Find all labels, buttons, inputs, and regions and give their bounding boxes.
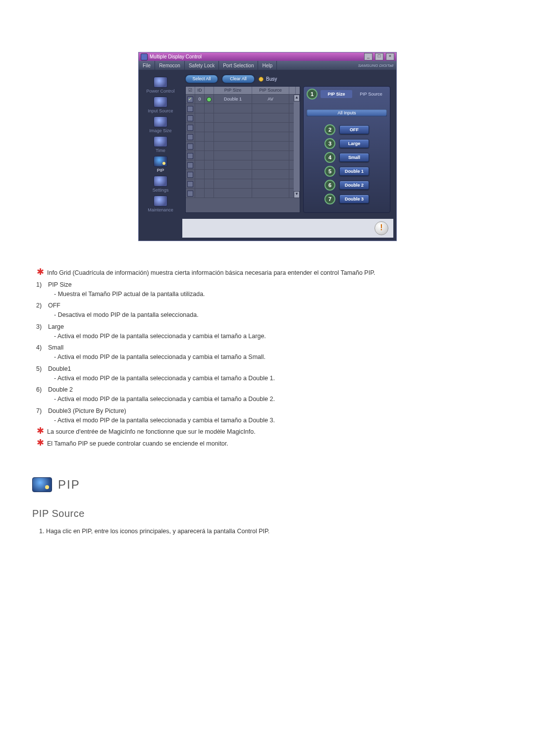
star-icon: ✱ — [36, 427, 44, 434]
row-checkbox[interactable] — [187, 115, 193, 121]
row-checkbox-cell[interactable] — [186, 95, 195, 103]
doc-item: 7)Double3 (Picture By Picture)- Activa e… — [32, 406, 503, 425]
row-checkbox-cell[interactable] — [186, 160, 195, 169]
doc-item: 2)OFF- Desactiva el modo PIP de la panta… — [32, 301, 503, 320]
menu-safety-lock[interactable]: Safety Lock — [185, 61, 219, 70]
menu-file[interactable]: File — [139, 61, 155, 70]
sidebar-item-maintenance[interactable]: Maintenance — [139, 195, 182, 213]
pip-option-row: 7Double 3 — [307, 194, 387, 204]
row-checkbox[interactable] — [187, 125, 193, 131]
info-grid: ☑ ID PIP Size PIP Source 0Double 1AV ▲ — [185, 86, 300, 213]
input-icon — [154, 97, 167, 107]
callout-badge: 4 — [324, 152, 335, 163]
row-status — [205, 142, 214, 151]
row-id — [195, 123, 205, 132]
col-header-pip-size[interactable]: PIP Size — [214, 87, 252, 94]
doc-item-title: PIP Size — [48, 281, 72, 288]
row-checkbox-cell[interactable] — [186, 132, 195, 141]
row-checkbox[interactable] — [187, 106, 193, 112]
row-checkbox-cell[interactable] — [186, 142, 195, 151]
clear-all-button[interactable]: Clear All — [222, 75, 255, 83]
pip-option-row: 4Small — [307, 152, 387, 163]
table-row[interactable]: 0Double 1AV — [186, 95, 294, 104]
footnote-1-text: La source d'entrée de MagicInfo ne fonct… — [47, 427, 256, 437]
row-pip-source — [252, 132, 289, 141]
busy-indicator: Busy — [259, 76, 277, 82]
sidebar-item-input-source[interactable]: Input Source — [139, 96, 182, 114]
table-row[interactable] — [186, 170, 294, 179]
row-checkbox[interactable] — [187, 97, 193, 102]
sidebar-item-pip[interactable]: PIP — [139, 155, 182, 174]
row-status — [205, 179, 214, 188]
pip-icon — [154, 156, 167, 167]
table-row[interactable] — [186, 104, 294, 113]
row-checkbox-cell[interactable] — [186, 123, 195, 132]
pip-size-option-button[interactable]: Double 3 — [339, 195, 369, 203]
row-checkbox-cell[interactable] — [186, 179, 195, 188]
row-status — [205, 104, 214, 113]
doc-item-sub: - Activa el modo PIP de la pantalla sele… — [48, 332, 503, 341]
menu-help[interactable]: Help — [258, 61, 277, 70]
col-header-pip-source[interactable]: PIP Source — [252, 87, 289, 94]
row-checkbox[interactable] — [187, 162, 193, 168]
row-checkbox[interactable] — [187, 181, 193, 187]
sidebar-item-time[interactable]: Time — [139, 135, 182, 154]
pip-section-icon — [32, 477, 52, 492]
sidebar-item-image-size[interactable]: Image Size — [139, 115, 182, 134]
mdc-app-window: Multiple Display Control _ □ × File Remo… — [138, 52, 397, 241]
menu-remocon[interactable]: Remocon — [155, 61, 185, 70]
table-row[interactable] — [186, 132, 294, 142]
window-titlebar[interactable]: Multiple Display Control _ □ × — [139, 52, 396, 61]
col-header-status[interactable] — [205, 87, 214, 94]
alert-icon[interactable]: ! — [374, 221, 388, 235]
callout-badge: 3 — [324, 138, 335, 149]
col-header-id[interactable]: ID — [195, 87, 205, 94]
pip-size-option-button[interactable]: OFF — [339, 125, 369, 134]
table-row[interactable] — [186, 151, 294, 160]
row-checkbox[interactable] — [187, 172, 193, 178]
menubar: File Remocon Safety Lock Port Selection … — [139, 61, 396, 70]
callout-badge: 7 — [324, 194, 335, 204]
window-close-button[interactable]: × — [386, 53, 394, 60]
table-row[interactable] — [186, 113, 294, 123]
row-checkbox-cell[interactable] — [186, 151, 195, 160]
col-header-check[interactable]: ☑ — [186, 87, 195, 94]
sidebar-item-power-control[interactable]: Power Control — [139, 76, 182, 95]
table-row[interactable] — [186, 123, 294, 132]
pip-size-option-button[interactable]: Double 1 — [339, 167, 369, 176]
tab-pip-size[interactable]: PIP Size — [321, 90, 352, 98]
section-heading: PIP — [58, 476, 80, 494]
pip-size-option-button[interactable]: Double 2 — [339, 181, 369, 190]
row-checkbox-cell[interactable] — [186, 189, 195, 198]
status-bar: ! — [182, 219, 393, 238]
instruction-list: Haga clic en PIP, entre los iconos princ… — [32, 527, 503, 536]
scroll-down-button[interactable]: ▼ — [294, 191, 300, 198]
row-checkbox[interactable] — [187, 153, 193, 159]
table-row[interactable] — [186, 189, 294, 198]
pip-size-option-button[interactable]: Small — [339, 153, 369, 162]
row-checkbox[interactable] — [187, 144, 193, 150]
sidebar-item-settings[interactable]: Settings — [139, 175, 182, 194]
row-checkbox-cell[interactable] — [186, 170, 195, 179]
table-row[interactable] — [186, 160, 294, 170]
menu-port-selection[interactable]: Port Selection — [219, 61, 258, 70]
row-checkbox-cell[interactable] — [186, 113, 195, 122]
scroll-up-button[interactable]: ▲ — [294, 95, 300, 101]
row-checkbox-cell[interactable] — [186, 104, 195, 113]
table-row[interactable] — [186, 142, 294, 151]
window-maximize-button[interactable]: □ — [375, 53, 383, 60]
row-checkbox[interactable] — [187, 191, 193, 197]
sidebar-item-label: Image Size — [139, 128, 182, 133]
row-id — [195, 104, 205, 113]
row-checkbox[interactable] — [187, 134, 193, 140]
window-minimize-button[interactable]: _ — [364, 53, 373, 60]
doc-item-marker: 4) — [36, 343, 42, 353]
grid-scrollbar[interactable]: ▲ ▼ — [294, 95, 300, 198]
tab-pip-source[interactable]: PIP Source — [355, 90, 387, 98]
toolbar: Select All Clear All Busy — [182, 73, 393, 83]
select-all-button[interactable]: Select All — [185, 75, 218, 83]
table-row[interactable] — [186, 179, 294, 189]
row-id: 0 — [195, 95, 205, 103]
scroll-track[interactable] — [294, 101, 300, 191]
pip-size-option-button[interactable]: Large — [339, 139, 369, 148]
